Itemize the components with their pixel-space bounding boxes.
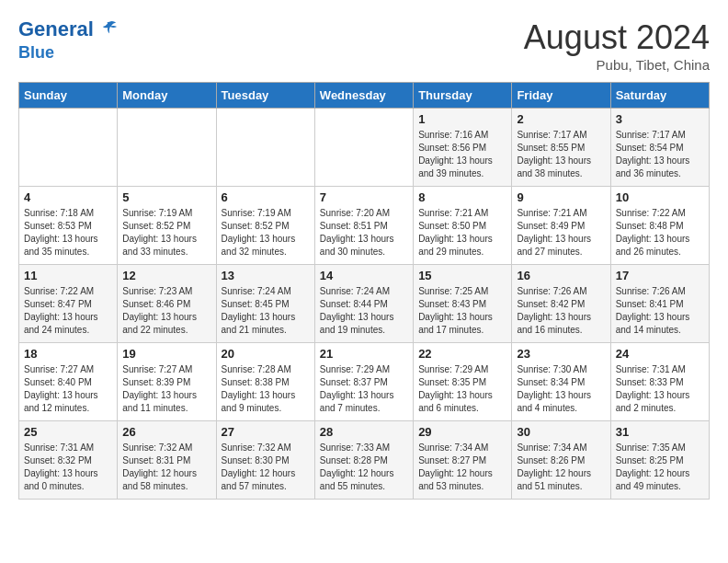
day-number: 15 bbox=[418, 269, 506, 282]
day-detail: Sunrise: 7:16 AM Sunset: 8:56 PM Dayligh… bbox=[418, 129, 506, 180]
calendar-cell: 7Sunrise: 7:20 AM Sunset: 8:51 PM Daylig… bbox=[314, 187, 413, 265]
day-detail: Sunrise: 7:24 AM Sunset: 8:45 PM Dayligh… bbox=[222, 285, 310, 337]
calendar-cell: 20Sunrise: 7:28 AM Sunset: 8:38 PM Dayli… bbox=[216, 343, 314, 421]
day-number: 24 bbox=[616, 347, 704, 361]
day-number: 16 bbox=[517, 269, 605, 282]
day-number: 6 bbox=[222, 190, 310, 204]
day-detail: Sunrise: 7:29 AM Sunset: 8:35 PM Dayligh… bbox=[418, 363, 506, 415]
day-number: 23 bbox=[517, 347, 605, 361]
day-detail: Sunrise: 7:20 AM Sunset: 8:51 PM Dayligh… bbox=[320, 207, 408, 259]
calendar-cell: 17Sunrise: 7:26 AM Sunset: 8:41 PM Dayli… bbox=[610, 265, 709, 343]
day-detail: Sunrise: 7:26 AM Sunset: 8:42 PM Dayligh… bbox=[517, 285, 605, 337]
day-detail: Sunrise: 7:35 AM Sunset: 8:25 PM Dayligh… bbox=[616, 442, 704, 493]
day-number: 3 bbox=[616, 112, 704, 126]
day-number: 20 bbox=[222, 347, 310, 361]
day-detail: Sunrise: 7:30 AM Sunset: 8:34 PM Dayligh… bbox=[517, 363, 605, 415]
calendar-week-row: 25Sunrise: 7:31 AM Sunset: 8:32 PM Dayli… bbox=[19, 421, 710, 500]
calendar-cell: 6Sunrise: 7:19 AM Sunset: 8:52 PM Daylig… bbox=[216, 187, 314, 265]
calendar-cell bbox=[19, 109, 118, 187]
day-detail: Sunrise: 7:19 AM Sunset: 8:52 PM Dayligh… bbox=[222, 207, 310, 259]
calendar-cell bbox=[314, 109, 413, 187]
day-number: 27 bbox=[222, 425, 310, 439]
day-detail: Sunrise: 7:28 AM Sunset: 8:38 PM Dayligh… bbox=[222, 363, 310, 415]
day-number: 2 bbox=[517, 112, 605, 126]
day-detail: Sunrise: 7:22 AM Sunset: 8:48 PM Dayligh… bbox=[616, 207, 704, 259]
calendar-cell: 25Sunrise: 7:31 AM Sunset: 8:32 PM Dayli… bbox=[19, 421, 118, 500]
day-detail: Sunrise: 7:26 AM Sunset: 8:41 PM Dayligh… bbox=[616, 285, 704, 337]
calendar-cell: 8Sunrise: 7:21 AM Sunset: 8:50 PM Daylig… bbox=[414, 187, 512, 265]
day-number: 28 bbox=[320, 425, 408, 439]
day-number: 9 bbox=[517, 190, 605, 204]
logo-line2: Blue bbox=[18, 40, 118, 63]
day-number: 5 bbox=[122, 190, 210, 204]
day-detail: Sunrise: 7:32 AM Sunset: 8:31 PM Dayligh… bbox=[122, 442, 210, 493]
day-number: 22 bbox=[418, 347, 506, 361]
calendar-cell: 15Sunrise: 7:25 AM Sunset: 8:43 PM Dayli… bbox=[414, 265, 512, 343]
day-detail: Sunrise: 7:29 AM Sunset: 8:37 PM Dayligh… bbox=[320, 363, 408, 415]
calendar-cell: 14Sunrise: 7:24 AM Sunset: 8:44 PM Dayli… bbox=[314, 265, 413, 343]
calendar-cell: 2Sunrise: 7:17 AM Sunset: 8:55 PM Daylig… bbox=[512, 109, 610, 187]
weekday-header-saturday: Saturday bbox=[610, 83, 709, 109]
logo: General Blue bbox=[18, 18, 118, 63]
day-number: 30 bbox=[517, 425, 605, 439]
day-number: 19 bbox=[122, 347, 210, 361]
calendar-cell: 29Sunrise: 7:34 AM Sunset: 8:27 PM Dayli… bbox=[414, 421, 512, 500]
calendar-cell: 24Sunrise: 7:31 AM Sunset: 8:33 PM Dayli… bbox=[610, 343, 709, 421]
calendar-cell: 21Sunrise: 7:29 AM Sunset: 8:37 PM Dayli… bbox=[314, 343, 413, 421]
day-number: 14 bbox=[320, 269, 408, 282]
day-detail: Sunrise: 7:22 AM Sunset: 8:47 PM Dayligh… bbox=[24, 285, 112, 337]
weekday-header-monday: Monday bbox=[118, 83, 216, 109]
day-detail: Sunrise: 7:17 AM Sunset: 8:54 PM Dayligh… bbox=[616, 129, 704, 180]
calendar-cell: 3Sunrise: 7:17 AM Sunset: 8:54 PM Daylig… bbox=[610, 109, 709, 187]
day-number: 26 bbox=[122, 425, 210, 439]
calendar-cell: 5Sunrise: 7:19 AM Sunset: 8:52 PM Daylig… bbox=[118, 187, 216, 265]
calendar-cell: 28Sunrise: 7:33 AM Sunset: 8:28 PM Dayli… bbox=[314, 421, 413, 500]
day-detail: Sunrise: 7:17 AM Sunset: 8:55 PM Dayligh… bbox=[517, 129, 605, 180]
day-number: 8 bbox=[418, 190, 506, 204]
calendar-cell: 9Sunrise: 7:21 AM Sunset: 8:49 PM Daylig… bbox=[512, 187, 610, 265]
calendar-week-row: 18Sunrise: 7:27 AM Sunset: 8:40 PM Dayli… bbox=[19, 343, 710, 421]
calendar-week-row: 4Sunrise: 7:18 AM Sunset: 8:53 PM Daylig… bbox=[19, 187, 710, 265]
calendar-cell: 31Sunrise: 7:35 AM Sunset: 8:25 PM Dayli… bbox=[610, 421, 709, 500]
calendar-cell: 23Sunrise: 7:30 AM Sunset: 8:34 PM Dayli… bbox=[512, 343, 610, 421]
calendar-cell: 27Sunrise: 7:32 AM Sunset: 8:30 PM Dayli… bbox=[216, 421, 314, 500]
weekday-header-friday: Friday bbox=[512, 83, 610, 109]
day-detail: Sunrise: 7:18 AM Sunset: 8:53 PM Dayligh… bbox=[24, 207, 112, 259]
weekday-header-wednesday: Wednesday bbox=[314, 83, 413, 109]
day-number: 17 bbox=[616, 269, 704, 282]
month-year-title: August 2024 bbox=[524, 18, 710, 57]
calendar-cell: 13Sunrise: 7:24 AM Sunset: 8:45 PM Dayli… bbox=[216, 265, 314, 343]
logo-text: General bbox=[18, 18, 118, 40]
location-subtitle: Pubu, Tibet, China bbox=[524, 57, 710, 73]
day-detail: Sunrise: 7:23 AM Sunset: 8:46 PM Dayligh… bbox=[122, 285, 210, 337]
calendar-cell: 18Sunrise: 7:27 AM Sunset: 8:40 PM Dayli… bbox=[19, 343, 118, 421]
day-detail: Sunrise: 7:27 AM Sunset: 8:39 PM Dayligh… bbox=[122, 363, 210, 415]
day-detail: Sunrise: 7:27 AM Sunset: 8:40 PM Dayligh… bbox=[24, 363, 112, 415]
day-detail: Sunrise: 7:31 AM Sunset: 8:33 PM Dayligh… bbox=[616, 363, 704, 415]
day-number: 7 bbox=[320, 190, 408, 204]
weekday-header-thursday: Thursday bbox=[414, 83, 512, 109]
day-detail: Sunrise: 7:31 AM Sunset: 8:32 PM Dayligh… bbox=[24, 442, 112, 493]
day-number: 13 bbox=[222, 269, 310, 282]
calendar-cell bbox=[118, 109, 216, 187]
day-detail: Sunrise: 7:24 AM Sunset: 8:44 PM Dayligh… bbox=[320, 285, 408, 337]
day-detail: Sunrise: 7:21 AM Sunset: 8:49 PM Dayligh… bbox=[517, 207, 605, 259]
day-number: 1 bbox=[418, 112, 506, 126]
calendar-cell: 30Sunrise: 7:34 AM Sunset: 8:26 PM Dayli… bbox=[512, 421, 610, 500]
day-detail: Sunrise: 7:33 AM Sunset: 8:28 PM Dayligh… bbox=[320, 442, 408, 493]
calendar-cell: 11Sunrise: 7:22 AM Sunset: 8:47 PM Dayli… bbox=[19, 265, 118, 343]
day-detail: Sunrise: 7:34 AM Sunset: 8:26 PM Dayligh… bbox=[517, 442, 605, 493]
page-header: General Blue August 2024 Pubu, Tibet, Ch… bbox=[18, 18, 710, 73]
day-number: 12 bbox=[122, 269, 210, 282]
day-detail: Sunrise: 7:21 AM Sunset: 8:50 PM Dayligh… bbox=[418, 207, 506, 259]
weekday-header-sunday: Sunday bbox=[19, 83, 118, 109]
day-detail: Sunrise: 7:32 AM Sunset: 8:30 PM Dayligh… bbox=[222, 442, 310, 493]
calendar-week-row: 1Sunrise: 7:16 AM Sunset: 8:56 PM Daylig… bbox=[19, 109, 710, 187]
day-number: 21 bbox=[320, 347, 408, 361]
day-number: 10 bbox=[616, 190, 704, 204]
weekday-header-row: SundayMondayTuesdayWednesdayThursdayFrid… bbox=[19, 83, 710, 109]
calendar-table: SundayMondayTuesdayWednesdayThursdayFrid… bbox=[18, 82, 710, 500]
day-number: 31 bbox=[616, 425, 704, 439]
day-number: 4 bbox=[24, 190, 112, 204]
calendar-week-row: 11Sunrise: 7:22 AM Sunset: 8:47 PM Dayli… bbox=[19, 265, 710, 343]
